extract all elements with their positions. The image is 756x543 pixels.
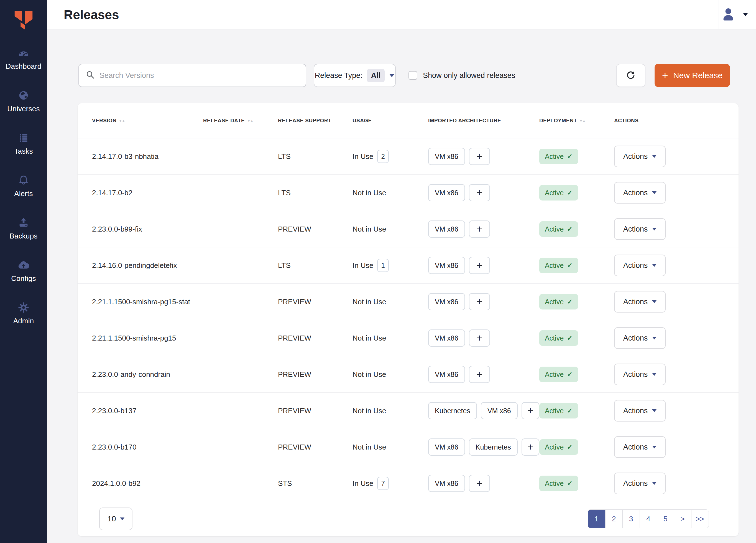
add-architecture-button[interactable]: + xyxy=(522,402,539,419)
column-header-version[interactable]: VERSION ▼▲ xyxy=(92,118,203,124)
usage-label: Not in Use xyxy=(353,407,386,415)
usage-cell: Not in Use xyxy=(353,298,428,306)
architecture-chip: VM x86 xyxy=(428,184,465,201)
add-architecture-button[interactable]: + xyxy=(469,257,490,274)
version-cell: 2.21.1.1500-smishra-pg15 xyxy=(92,334,203,343)
usage-cell: Not in Use xyxy=(353,188,428,197)
sidebar-item-admin[interactable]: Admin xyxy=(0,301,47,343)
architecture-chip: Kubernetes xyxy=(428,402,477,419)
actions-button[interactable]: Actions xyxy=(614,182,666,203)
column-header-deployment[interactable]: DEPLOYMENT ▼▲ xyxy=(539,118,614,124)
pagination-page-4[interactable]: 4 xyxy=(640,510,657,528)
sidebar-item-tasks[interactable]: Tasks xyxy=(0,131,47,173)
add-architecture-button[interactable]: + xyxy=(469,148,490,165)
check-icon: ✓ xyxy=(567,189,573,197)
architecture-chip: VM x86 xyxy=(428,293,465,310)
show-only-allowed-control: Show only allowed releases xyxy=(408,71,515,80)
chevron-down-icon xyxy=(652,373,657,376)
actions-button[interactable]: Actions xyxy=(614,327,666,349)
sort-icon: ▼▲ xyxy=(579,119,585,123)
actions-button[interactable]: Actions xyxy=(614,218,666,240)
usage-label: Not in Use xyxy=(353,188,386,197)
sidebar-item-alerts[interactable]: Alerts xyxy=(0,173,47,216)
actions-button[interactable]: Actions xyxy=(614,473,666,494)
sidebar-item-label: Dashboard xyxy=(6,62,42,71)
actions-button[interactable]: Actions xyxy=(614,436,666,458)
add-architecture-button[interactable]: + xyxy=(469,330,490,347)
check-icon: ✓ xyxy=(567,225,573,233)
release-type-dropdown[interactable]: Release Type: All xyxy=(314,64,396,87)
pagination: 1 2 3 4 5 > >> xyxy=(588,509,709,528)
plus-icon: + xyxy=(662,70,668,80)
pagination-next-button[interactable]: > xyxy=(674,510,691,528)
add-architecture-button[interactable]: + xyxy=(522,439,539,456)
sidebar-item-configs[interactable]: Configs xyxy=(0,258,47,301)
sidebar-item-label: Alerts xyxy=(14,189,33,198)
pagination-page-3[interactable]: 3 xyxy=(622,510,640,528)
architecture-cell: VM x86 + xyxy=(428,475,539,492)
deployment-cell: Active ✓ xyxy=(539,476,614,491)
architecture-cell: VM x86 Kubernetes + xyxy=(428,439,539,456)
actions-button[interactable]: Actions xyxy=(614,254,666,276)
actions-cell: Actions xyxy=(614,218,724,240)
actions-button[interactable]: Actions xyxy=(614,364,666,385)
table-row: 2.14.17.0-b2 LTS Not in Use VM x86 + Act… xyxy=(78,174,739,211)
deployment-cell: Active ✓ xyxy=(539,221,614,237)
architecture-cell: VM x86 + xyxy=(428,220,539,238)
chevron-down-icon xyxy=(652,300,657,303)
table-row: 2.21.1.1500-smishra-pg15 PREVIEW Not in … xyxy=(78,320,739,356)
top-header-bar: Releases xyxy=(47,0,756,29)
actions-button[interactable]: Actions xyxy=(614,291,666,313)
chevron-down-icon xyxy=(652,409,657,412)
deployment-status-badge: Active ✓ xyxy=(539,403,578,419)
pagination-last-button[interactable]: >> xyxy=(691,510,709,528)
sidebar-item-universes[interactable]: Universes xyxy=(0,88,47,131)
deployment-status-badge: Active ✓ xyxy=(539,330,578,346)
user-menu[interactable] xyxy=(718,0,750,29)
usage-label: Not in Use xyxy=(353,298,386,306)
search-icon xyxy=(86,70,95,81)
chevron-down-icon xyxy=(652,191,657,194)
new-release-button[interactable]: + New Release xyxy=(655,64,730,87)
pagination-page-5[interactable]: 5 xyxy=(657,510,674,528)
show-only-allowed-label: Show only allowed releases xyxy=(423,71,515,80)
table-row: 2.23.0.0-b137 PREVIEW Not in Use Kuberne… xyxy=(78,393,739,429)
sidebar-item-backups[interactable]: Backups xyxy=(0,216,47,258)
show-only-allowed-checkbox[interactable] xyxy=(408,71,417,80)
architecture-chip: VM x86 xyxy=(428,439,465,456)
version-cell: 2.23.0.0-b137 xyxy=(92,407,203,415)
actions-button[interactable]: Actions xyxy=(614,400,666,422)
actions-button[interactable]: Actions xyxy=(614,146,666,167)
yugabyte-logo-icon[interactable] xyxy=(11,7,36,33)
chevron-down-icon xyxy=(652,155,657,158)
add-architecture-button[interactable]: + xyxy=(469,184,490,201)
pagination-page-1[interactable]: 1 xyxy=(588,510,605,528)
add-architecture-button[interactable]: + xyxy=(469,220,490,238)
deployment-status-badge: Active ✓ xyxy=(539,257,578,273)
usage-cell: Not in Use xyxy=(353,334,428,343)
add-architecture-button[interactable]: + xyxy=(469,475,490,492)
actions-cell: Actions xyxy=(614,291,724,313)
search-input[interactable] xyxy=(99,71,293,80)
deployment-cell: Active ✓ xyxy=(539,439,614,455)
table-header-row: VERSION ▼▲ RELEASE DATE ▼▲ RELEASE SUPPO… xyxy=(78,103,739,138)
deployment-cell: Active ✓ xyxy=(539,330,614,346)
sidebar-item-label: Admin xyxy=(13,317,34,325)
architecture-cell: Kubernetes VM x86 + xyxy=(428,402,539,419)
check-icon: ✓ xyxy=(567,407,573,415)
column-header-release-date[interactable]: RELEASE DATE ▼▲ xyxy=(203,118,278,124)
sidebar-nav: Dashboard Universes xyxy=(0,46,47,343)
table-row: 2.21.1.1500-smishra-pg15-stat PREVIEW No… xyxy=(78,284,739,320)
refresh-button[interactable] xyxy=(616,64,645,87)
sidebar-item-dashboard[interactable]: Dashboard xyxy=(0,46,47,88)
add-architecture-button[interactable]: + xyxy=(469,366,490,383)
deployment-cell: Active ✓ xyxy=(539,403,614,419)
deployment-status-badge: Active ✓ xyxy=(539,367,578,382)
check-icon: ✓ xyxy=(567,480,573,487)
check-icon: ✓ xyxy=(567,443,573,451)
pagination-page-2[interactable]: 2 xyxy=(605,510,622,528)
page-size-dropdown[interactable]: 10 xyxy=(99,508,132,530)
column-header-usage: USAGE xyxy=(353,118,428,124)
table-row: 2.23.0.0-andy-conndrain PREVIEW Not in U… xyxy=(78,356,739,393)
add-architecture-button[interactable]: + xyxy=(469,293,490,310)
